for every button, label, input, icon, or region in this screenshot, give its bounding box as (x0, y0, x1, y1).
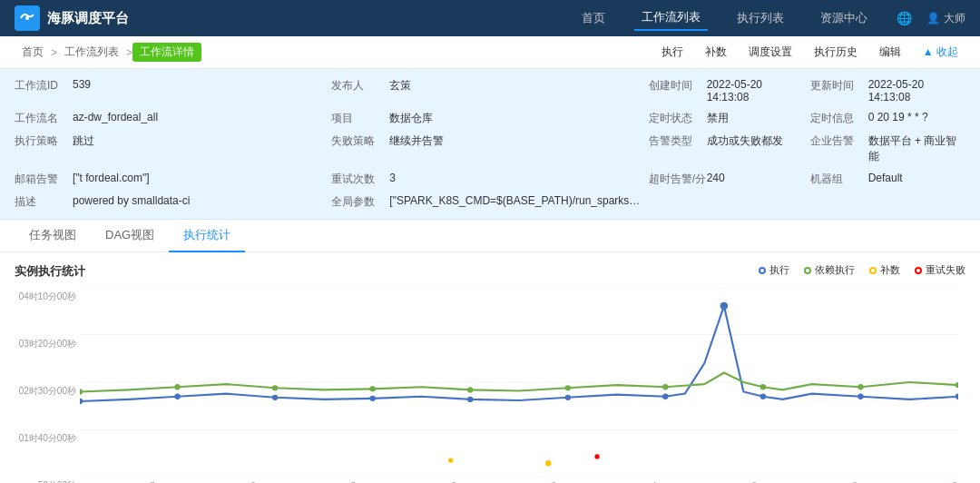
y-label-1: 01时40分00秒 (15, 432, 76, 445)
legend-execute-label: 执行 (769, 263, 789, 277)
label-timeout: 超时告警/分 (649, 172, 707, 187)
backfill-btn[interactable]: 补数 (698, 43, 734, 62)
breadcrumb-home[interactable]: 首页 (15, 43, 51, 62)
legend-retry-fail-icon (915, 267, 922, 274)
breadcrumb-workflow-detail[interactable]: 工作流详情 (132, 43, 201, 62)
value-fail-policy: 继续并告警 (389, 133, 648, 149)
svg-point-9 (369, 396, 375, 401)
value-schedule-status: 禁用 (707, 111, 804, 126)
label-schedule-status: 定时状态 (649, 111, 707, 126)
value-update-time: 2022-05-20 14:13:08 (868, 78, 965, 104)
info-row-global-params: 全局参数 ["SPARK_K8S_CMD=$(BASE_PATH)/run_sp… (331, 192, 965, 212)
legend-retry-fail-label: 重试失败 (926, 263, 965, 277)
info-row-exec-policy: 执行策略 跳过 (15, 132, 331, 166)
chart-svg (80, 287, 958, 478)
nav-resource-center[interactable]: 资源中心 (813, 6, 875, 30)
svg-point-15 (858, 394, 863, 399)
chart-legend: 执行 依赖执行 补数 重试失败 (759, 263, 965, 277)
chart-container: 04时10分00秒 03时20分00秒 02时30分00秒 01时40分00秒 … (15, 287, 965, 483)
user-name: 大师 (944, 11, 965, 26)
label-create-time: 创建时间 (649, 78, 707, 94)
nav-home[interactable]: 首页 (574, 6, 612, 30)
info-row-id: 工作流ID 539 (15, 76, 331, 105)
chart-inner (80, 287, 958, 478)
svg-point-20 (369, 386, 375, 391)
app-logo: 海豚调度平台 (15, 5, 129, 31)
legend-retry-fail: 重试失败 (915, 263, 965, 277)
label-desc: 描述 (15, 194, 73, 210)
legend-execute-icon (759, 267, 766, 274)
label-update-time: 更新时间 (810, 78, 868, 94)
value-exec-policy: 跳过 (73, 133, 331, 149)
execute-btn[interactable]: 执行 (654, 43, 691, 62)
label-alarm-type: 告警类型 (649, 133, 707, 149)
value-machine-group: Default (868, 172, 965, 184)
svg-point-24 (760, 384, 766, 389)
chart-area: 实例执行统计 执行 依赖执行 补数 重试失败 04时10分00秒 03时20分0… (0, 252, 980, 483)
nav-right: 🌐 👤 大师 (897, 11, 965, 26)
schedule-settings-btn[interactable]: 调度设置 (741, 43, 799, 62)
svg-point-13 (720, 302, 729, 310)
legend-execute: 执行 (759, 263, 789, 277)
svg-point-28 (448, 458, 453, 462)
breadcrumb-sep-2: > (126, 46, 132, 59)
svg-point-19 (272, 385, 278, 390)
svg-point-16 (956, 394, 958, 399)
breadcrumb-bar: 首页 > 工作流列表 > 工作流详情 执行 补数 调度设置 执行历史 编辑 ▲ … (0, 36, 980, 69)
svg-point-22 (565, 385, 571, 390)
legend-dep-execute-label: 依赖执行 (815, 263, 855, 277)
y-label-0: 50分00秒 (15, 479, 76, 483)
label-exec-policy: 执行策略 (15, 133, 73, 149)
info-row-fail-policy: 失败策略 继续并告警 (331, 132, 648, 166)
user-menu[interactable]: 👤 大师 (926, 11, 965, 26)
label-email-alarm: 邮箱告警 (15, 172, 73, 187)
nav-execution-list[interactable]: 执行列表 (730, 6, 791, 30)
info-row-alarm-type: 告警类型 成功或失败都发 企业告警 数据平台 + 商业智能 (649, 132, 965, 166)
svg-point-8 (272, 395, 278, 400)
label-publisher: 发布人 (331, 78, 389, 94)
y-axis: 04时10分00秒 03时20分00秒 02时30分00秒 01时40分00秒 … (15, 287, 76, 483)
info-row-timeout: 超时告警/分 240 机器组 Default (649, 170, 965, 189)
info-row-name: 工作流名 az-dw_fordeal_all (15, 109, 331, 128)
value-id: 539 (73, 78, 331, 91)
info-grid: 工作流ID 539 发布人 玄策 创建时间 2022-05-20 14:13:0… (15, 76, 965, 212)
top-navigation: 海豚调度平台 首页 工作流列表 执行列表 资源中心 🌐 👤 大师 (0, 0, 980, 36)
value-retry-count: 3 (389, 172, 648, 184)
value-enterprise-alarm: 数据平台 + 商业智能 (868, 133, 965, 164)
info-row-project: 项目 数据仓库 (331, 109, 648, 128)
info-row-email-alarm: 邮箱告警 ["t fordeal.com"] (15, 170, 331, 189)
info-panel: 工作流ID 539 发布人 玄策 创建时间 2022-05-20 14:13:0… (0, 69, 980, 220)
value-publisher: 玄策 (389, 78, 648, 94)
value-global-params: ["SPARK_K8S_CMD=$(BASE_PATH)/run_sparksq… (389, 194, 643, 207)
svg-point-6 (80, 399, 83, 404)
edit-btn[interactable]: 编辑 (872, 43, 908, 62)
legend-backfill-label: 补数 (880, 263, 900, 277)
svg-point-26 (956, 382, 958, 388)
value-project: 数据仓库 (389, 111, 648, 126)
svg-point-23 (662, 384, 668, 389)
value-timeout: 240 (707, 172, 804, 184)
breadcrumb-actions: 执行 补数 调度设置 执行历史 编辑 ▲ 收起 (654, 43, 965, 62)
label-retry-count: 重试次数 (331, 172, 389, 187)
svg-point-7 (174, 394, 180, 399)
tab-dag-view[interactable]: DAG视图 (91, 220, 169, 252)
user-icon: 👤 (926, 12, 940, 25)
value-name: az-dw_fordeal_all (73, 111, 331, 123)
svg-point-12 (662, 394, 668, 399)
value-email-alarm: ["t fordeal.com"] (73, 172, 331, 184)
execution-history-btn[interactable]: 执行历史 (807, 43, 865, 62)
value-create-time: 2022-05-20 14:13:08 (707, 78, 804, 104)
tab-execution-stats[interactable]: 执行统计 (169, 220, 245, 252)
nav-workflow-list[interactable]: 工作流列表 (634, 5, 708, 31)
nav-links: 首页 工作流列表 执行列表 资源中心 (574, 5, 875, 31)
svg-point-0 (25, 16, 29, 20)
label-fail-policy: 失败策略 (331, 133, 389, 149)
collapse-btn[interactable]: ▲ 收起 (916, 43, 965, 62)
tab-task-view[interactable]: 任务视图 (15, 220, 91, 252)
breadcrumb-workflow-list[interactable]: 工作流列表 (57, 43, 126, 62)
svg-point-18 (174, 384, 180, 389)
info-row-publisher: 发布人 玄策 (331, 76, 648, 105)
label-id: 工作流ID (15, 78, 73, 94)
globe-icon[interactable]: 🌐 (897, 11, 912, 25)
legend-backfill-icon (869, 267, 877, 274)
